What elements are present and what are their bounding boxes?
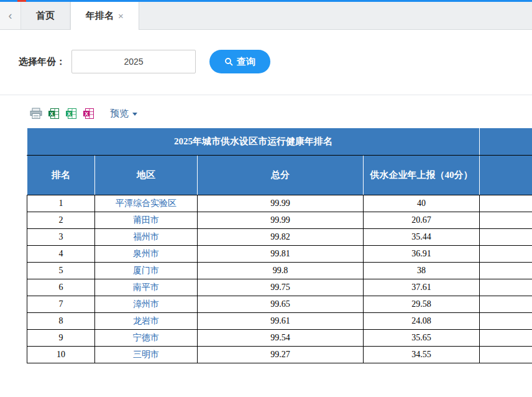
tab-year-ranking-label: 年排名 (86, 10, 114, 22)
close-icon[interactable]: × (118, 11, 124, 21)
score-cell: 99.82 (198, 229, 364, 246)
table-row: 2莆田市99.9920.67 (27, 212, 532, 229)
cutoff-cell (480, 246, 532, 263)
ranking-table: 2025年城市供水设区市运行健康年排名 排名 地区 总分 供水企业年上报（40分… (27, 128, 532, 363)
search-icon (224, 57, 233, 66)
score-cell: 99.65 (198, 296, 364, 313)
table-row: 6南平市99.7537.61 (27, 279, 532, 296)
region-link[interactable]: 泉州市 (95, 246, 198, 263)
preview-dropdown-label: 预览 (110, 108, 129, 119)
column-header-region: 地区 (95, 156, 198, 195)
cutoff-cell (480, 279, 532, 296)
table-row: 1平潭综合实验区99.9940 (27, 195, 532, 212)
app-window: ‹ 首页 年排名 × 选择年份： 查询 (0, 0, 532, 363)
cutoff-cell (480, 212, 532, 229)
table-row: 9宁德市99.5435.65 (27, 330, 532, 347)
rank-cell: 3 (27, 229, 95, 246)
region-link[interactable]: 平潭综合实验区 (95, 195, 198, 212)
tab-scroll-left-button[interactable]: ‹ (0, 2, 21, 29)
region-link[interactable]: 南平市 (95, 279, 198, 296)
column-header-report: 供水企业年上报（40分） (364, 156, 480, 195)
report-cell: 29.58 (364, 296, 480, 313)
report-cell: 37.61 (364, 279, 480, 296)
chevron-down-icon (132, 113, 137, 116)
table-row: 3福州市99.8235.44 (27, 229, 532, 246)
tab-home-label: 首页 (36, 10, 55, 22)
score-cell: 99.54 (198, 330, 364, 347)
export-csv-icon[interactable]: X (83, 108, 94, 119)
table-row: 10三明市99.2734.55 (27, 347, 532, 363)
score-cell: 99.81 (198, 246, 364, 263)
cutoff-cell (480, 313, 532, 330)
svg-text:X: X (85, 110, 88, 116)
tab-bar: ‹ 首页 年排名 × (0, 2, 532, 30)
top-accent-line (0, 0, 532, 2)
table-title: 2025年城市供水设区市运行健康年排名 (27, 128, 480, 156)
region-link[interactable]: 莆田市 (95, 212, 198, 229)
region-link[interactable]: 龙岩市 (95, 313, 198, 330)
export-toolbar: X X X 预览 (30, 105, 532, 121)
rank-cell: 1 (27, 195, 95, 212)
score-cell: 99.61 (198, 313, 364, 330)
rank-cell: 6 (27, 279, 95, 296)
score-cell: 99.75 (198, 279, 364, 296)
rank-cell: 2 (27, 212, 95, 229)
print-icon[interactable] (30, 108, 42, 119)
preview-dropdown[interactable]: 预览 (110, 108, 137, 119)
search-button[interactable]: 查询 (209, 50, 270, 73)
score-cell: 99.27 (198, 347, 364, 363)
svg-text:X: X (67, 110, 71, 116)
rank-cell: 7 (27, 296, 95, 313)
table-title-cutoff (480, 128, 532, 156)
table-title-row: 2025年城市供水设区市运行健康年排名 (27, 128, 532, 156)
cutoff-cell (480, 330, 532, 347)
chevron-left-icon: ‹ (9, 9, 12, 22)
svg-text:X: X (50, 110, 53, 116)
table-row: 4泉州市99.8136.91 (27, 246, 532, 263)
report-cell: 24.08 (364, 313, 480, 330)
score-cell: 99.8 (198, 263, 364, 279)
year-select-label: 选择年份： (19, 56, 65, 68)
region-link[interactable]: 厦门市 (95, 263, 198, 279)
export-xlsx-icon[interactable]: X (65, 108, 77, 119)
rank-cell: 9 (27, 330, 95, 347)
table-row: 8龙岩市99.6124.08 (27, 313, 532, 330)
search-button-label: 查询 (237, 56, 255, 68)
region-link[interactable]: 福州市 (95, 229, 198, 246)
report-cell: 35.44 (364, 229, 480, 246)
score-cell: 99.99 (198, 212, 364, 229)
section-divider (0, 95, 532, 95)
column-header-score: 总分 (198, 156, 364, 195)
cutoff-cell (480, 296, 532, 313)
table-row: 7漳州市99.6529.58 (27, 296, 532, 313)
ranking-table-body: 1平潭综合实验区99.99402莆田市99.9920.673福州市99.8235… (27, 195, 532, 363)
cutoff-cell (480, 195, 532, 212)
rank-cell: 5 (27, 263, 95, 279)
report-cell: 35.65 (364, 330, 480, 347)
rank-cell: 8 (27, 313, 95, 330)
region-link[interactable]: 宁德市 (95, 330, 198, 347)
cutoff-cell (480, 263, 532, 279)
column-header-rank: 排名 (27, 156, 95, 195)
report-cell: 34.55 (364, 347, 480, 363)
tab-home[interactable]: 首页 (21, 2, 70, 29)
tab-year-ranking[interactable]: 年排名 × (70, 2, 139, 30)
score-cell: 99.99 (198, 195, 364, 212)
query-panel: 选择年份： 查询 (0, 30, 532, 95)
year-input[interactable] (71, 50, 196, 73)
region-link[interactable]: 漳州市 (95, 296, 198, 313)
report-cell: 40 (364, 195, 480, 212)
rank-cell: 4 (27, 246, 95, 263)
report-cell: 36.91 (364, 246, 480, 263)
export-xls-icon[interactable]: X (48, 108, 60, 119)
cutoff-cell (480, 229, 532, 246)
report-cell: 20.67 (364, 212, 480, 229)
ranking-table-viewport: 2025年城市供水设区市运行健康年排名 排名 地区 总分 供水企业年上报（40分… (27, 128, 532, 363)
column-header-cutoff (480, 156, 532, 195)
table-header-row: 排名 地区 总分 供水企业年上报（40分） (27, 156, 532, 195)
top-red-marker (17, 0, 26, 2)
table-row: 5厦门市99.838 (27, 263, 532, 279)
report-cell: 38 (364, 263, 480, 279)
cutoff-cell (480, 347, 532, 363)
region-link[interactable]: 三明市 (95, 347, 198, 363)
